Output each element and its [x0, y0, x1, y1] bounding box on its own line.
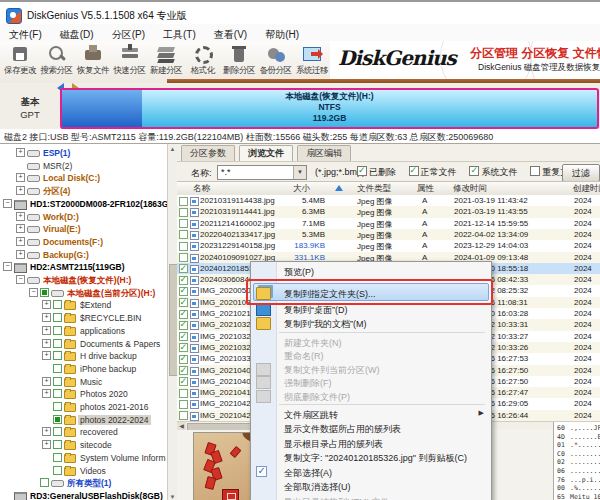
context-menu-item-4[interactable]: 复制到“我的文档”(M)	[251, 316, 491, 331]
tree-scrollbar[interactable]: ▲ ▼	[167, 144, 177, 500]
tab-0[interactable]: 分区参数	[181, 145, 235, 161]
scroll-up-icon[interactable]: ▲	[169, 145, 176, 153]
tree-checkbox[interactable]	[53, 466, 62, 475]
toolbar-button-save[interactable]: 保存更改	[2, 42, 38, 82]
toolbar-button-recover[interactable]: 恢复文件	[75, 42, 111, 82]
column-header-0[interactable]: 名称	[193, 183, 210, 195]
row-checkbox[interactable]	[179, 230, 188, 239]
filter-checkbox[interactable]	[357, 166, 367, 176]
tree-checkbox[interactable]	[53, 300, 62, 309]
expand-plus-icon[interactable]: +	[42, 351, 51, 360]
menu-item-2[interactable]: 分区(P)	[103, 26, 154, 42]
tree-checkbox[interactable]	[40, 478, 49, 487]
collapse-minus-icon[interactable]: −	[3, 262, 12, 271]
row-checkbox[interactable]	[179, 332, 188, 341]
row-checkbox[interactable]	[179, 355, 188, 364]
row-checkbox[interactable]	[179, 400, 188, 409]
expand-plus-icon[interactable]: +	[16, 250, 25, 259]
row-checkbox[interactable]	[179, 264, 188, 273]
tree-checkbox[interactable]	[53, 440, 62, 449]
expand-plus-icon[interactable]: +	[42, 389, 51, 398]
toolbar-button-delete[interactable]: 删除分区	[221, 42, 257, 82]
toolbar-button-quick[interactable]: 快速分区	[112, 42, 148, 82]
table-row[interactable]: 20210319114438.jpg5.4MBJpeg 图像A2021-03-1…	[177, 195, 600, 206]
row-checkbox[interactable]	[179, 343, 188, 352]
tree-checkbox[interactable]	[53, 377, 62, 386]
row-checkbox[interactable]	[179, 276, 188, 285]
table-row[interactable]: 20211214160002.jpg7.1MBJpeg 图像A2021-12-1…	[177, 218, 600, 229]
row-checkbox[interactable]	[179, 310, 188, 319]
menu-item-1[interactable]: 磁盘(D)	[51, 26, 103, 42]
toolbar-button-migrate[interactable]: 系统迁移	[294, 42, 330, 82]
expand-plus-icon[interactable]: +	[42, 440, 51, 449]
row-checkbox[interactable]	[179, 242, 188, 251]
tree-checkbox[interactable]	[53, 389, 62, 398]
context-menu-item-12[interactable]: 文件扇区跳转▶	[251, 407, 491, 422]
expand-plus-icon[interactable]: +	[42, 300, 51, 309]
expand-plus-icon[interactable]: +	[16, 237, 25, 246]
column-header-4[interactable]: 修改时间	[453, 183, 487, 195]
expand-plus-icon[interactable]: +	[42, 427, 51, 436]
row-checkbox[interactable]	[179, 321, 188, 330]
toolbar-button-format[interactable]: 格式化	[185, 42, 221, 82]
row-checkbox[interactable]	[179, 411, 188, 420]
context-menu-item-15[interactable]: 复制文字: "20240120185326.jpg" 到剪贴板(C)	[251, 450, 491, 465]
row-checkbox[interactable]	[179, 208, 188, 217]
tree-checkbox[interactable]	[53, 313, 62, 322]
column-header-1[interactable]: 大小	[293, 183, 310, 195]
expand-plus-icon[interactable]: +	[42, 313, 51, 322]
tree-checkbox[interactable]	[53, 339, 62, 348]
scroll-down-icon[interactable]: ▼	[169, 493, 176, 500]
expand-plus-icon[interactable]: +	[16, 212, 25, 221]
expand-plus-icon[interactable]: +	[16, 186, 25, 195]
context-menu-item-14[interactable]: 显示根目录占用的簇列表	[251, 436, 491, 451]
collapse-minus-icon[interactable]: −	[3, 199, 12, 208]
menu-item-5[interactable]: 帮助(H)	[256, 26, 308, 42]
table-row[interactable]: 20220402133417.jpg5.3MBJpeg 图像A2022-04-0…	[177, 229, 600, 240]
row-checkbox[interactable]	[179, 366, 188, 375]
context-menu-item-13[interactable]: 显示文件数据所占用的簇列表	[251, 421, 491, 436]
row-checkbox[interactable]	[179, 389, 188, 398]
partition-bar[interactable]: 本地磁盘(恢复文件)(H:) NTFS 119.2GB	[60, 88, 599, 129]
tree-checkbox[interactable]	[53, 326, 62, 335]
expand-plus-icon[interactable]: +	[16, 148, 25, 157]
scroll-left-icon[interactable]: ◀	[177, 422, 186, 430]
tree-checkbox[interactable]	[40, 288, 49, 297]
chevron-down-icon[interactable]: ▼	[293, 166, 306, 179]
toolbar-button-search[interactable]: 搜索分区	[39, 42, 75, 82]
toolbar-button-backup[interactable]: 备份分区	[258, 42, 294, 82]
filter-button[interactable]: 过滤	[562, 164, 600, 182]
row-checkbox[interactable]	[179, 219, 188, 228]
filter-checkbox[interactable]	[409, 166, 419, 176]
tree-checkbox[interactable]	[53, 415, 62, 424]
sort-ascending-icon[interactable]	[335, 185, 343, 191]
context-menu-item-16[interactable]: 全部选择(A)	[251, 465, 491, 480]
expand-plus-icon[interactable]: +	[16, 173, 25, 182]
filter-checkbox[interactable]	[530, 166, 540, 176]
collapse-minus-icon[interactable]: −	[16, 275, 25, 284]
expand-plus-icon[interactable]: +	[16, 224, 25, 233]
context-menu-item-3[interactable]: 复制到“桌面”(D)	[251, 302, 491, 317]
menu-item-0[interactable]: 文件(F)	[0, 26, 51, 42]
menu-item-4[interactable]: 查看(V)	[205, 26, 256, 42]
context-menu-item-0[interactable]: 预览(P)	[251, 264, 491, 279]
tree-checkbox[interactable]	[53, 351, 62, 360]
tree-checkbox[interactable]	[53, 427, 62, 436]
collapse-minus-icon[interactable]: −	[29, 288, 38, 297]
expand-plus-icon[interactable]: +	[42, 339, 51, 348]
table-row[interactable]: 20231229140158.jpg183.9KBJpeg 图像A2023-12…	[177, 240, 600, 251]
menu-item-3[interactable]: 工具(T)	[154, 26, 205, 42]
filter-checkbox[interactable]	[469, 166, 479, 176]
row-checkbox[interactable]	[179, 298, 188, 307]
tree-checkbox[interactable]	[53, 402, 62, 411]
tab-2[interactable]: 扇区编辑	[297, 145, 351, 161]
row-checkbox[interactable]	[179, 377, 188, 386]
column-header-2[interactable]: 文件类型	[357, 183, 391, 195]
column-header-5[interactable]: 创建时间	[573, 183, 600, 195]
row-checkbox[interactable]	[179, 197, 188, 206]
tree-checkbox[interactable]	[53, 453, 62, 462]
column-header-3[interactable]: 属性	[417, 183, 434, 195]
context-menu-item-17[interactable]: 全部取消选择(U)	[251, 479, 491, 494]
filter-pattern-combobox[interactable]: *.* ▼	[217, 165, 307, 180]
toolbar-button-new[interactable]: 新建分区	[148, 42, 184, 82]
